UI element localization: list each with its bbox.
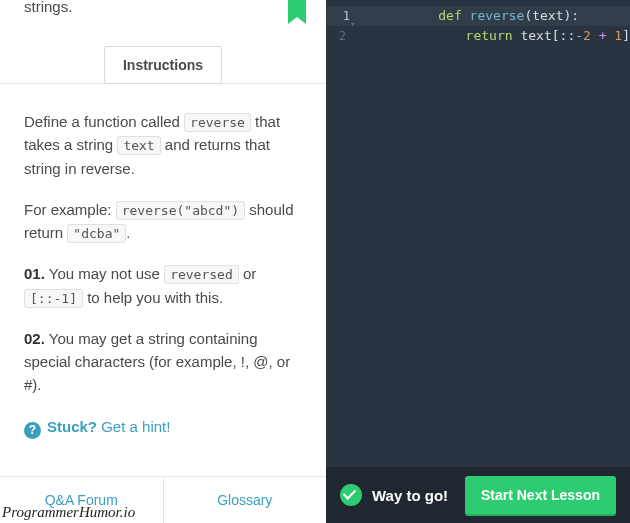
fold-icon[interactable]: ▾ xyxy=(350,14,355,34)
instructions-tab-row: Instructions xyxy=(0,45,326,83)
code-token: "dcba" xyxy=(67,224,126,243)
bookmark-icon[interactable] xyxy=(286,0,308,31)
hint-cta-label: Get a hint! xyxy=(97,418,170,435)
status-message: Way to go! xyxy=(340,484,448,506)
instruction-rule: 01. You may not use reversed or [::-1] t… xyxy=(24,262,302,309)
code-token: [::-1] xyxy=(24,289,83,308)
status-bar: Way to go! Start Next Lesson xyxy=(326,467,630,523)
code-token: reversed xyxy=(164,265,239,284)
glossary-tab[interactable]: Glossary xyxy=(164,477,327,523)
code-editor[interactable]: 1 ▾ def reverse(text): 2 return text[::-… xyxy=(326,6,630,46)
check-icon xyxy=(340,484,362,506)
intro-text-fragment: strings. xyxy=(24,0,72,15)
instructions-panel: strings. Instructions Define a function … xyxy=(0,0,326,523)
instruction-paragraph: Define a function called reverse that ta… xyxy=(24,110,302,180)
instructions-tab[interactable]: Instructions xyxy=(104,46,222,84)
instructions-body: Define a function called reverse that ta… xyxy=(0,83,326,476)
code-token: text xyxy=(117,136,160,155)
hint-link[interactable]: ?Stuck? Get a hint! xyxy=(24,415,302,439)
instruction-paragraph: For example: reverse("abcd") should retu… xyxy=(24,198,302,245)
code-line[interactable]: 2 return text[::-2 + 1] xyxy=(326,26,630,46)
start-next-lesson-button[interactable]: Start Next Lesson xyxy=(465,476,616,514)
status-text: Way to go! xyxy=(372,487,448,504)
instruction-rule: 02. You may get a string containing spec… xyxy=(24,327,302,397)
rule-number: 02. xyxy=(24,330,45,347)
code-token: reverse xyxy=(184,113,251,132)
lesson-intro-fragment: strings. xyxy=(0,0,326,39)
watermark-text: ProgrammerHumor.io xyxy=(2,504,135,521)
hint-stuck-label: Stuck? xyxy=(47,418,97,435)
rule-number: 01. xyxy=(24,265,45,282)
code-token: reverse("abcd") xyxy=(116,201,245,220)
question-icon: ? xyxy=(24,422,41,439)
code-editor-panel: 1 ▾ def reverse(text): 2 return text[::-… xyxy=(326,0,630,523)
